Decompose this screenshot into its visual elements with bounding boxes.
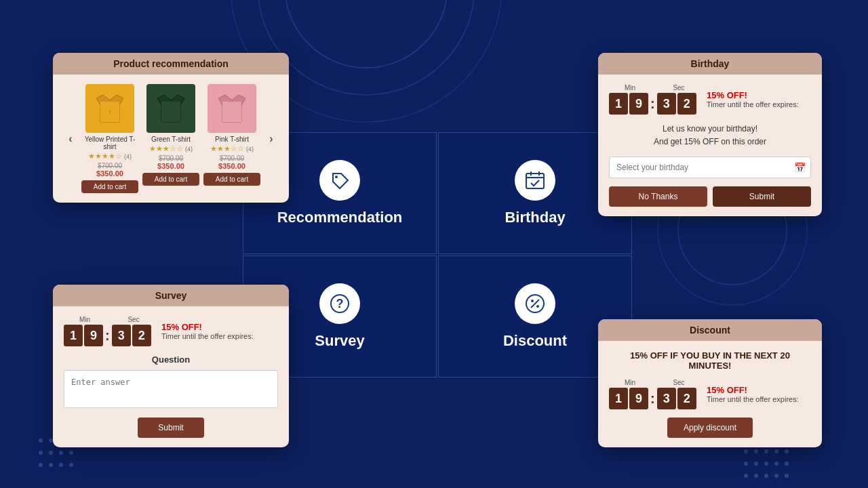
svg-point-27 (764, 474, 768, 478)
product-price-old-2: $700.00 (220, 155, 244, 162)
survey-digit-4: 2 (132, 325, 151, 346)
birthday-off-text: 15% OFF! (707, 90, 811, 100)
svg-point-40 (59, 463, 63, 467)
survey-label: Survey (315, 332, 364, 350)
recommendation-popup: Product recommendation ‹ T Yellow Printe… (53, 53, 289, 203)
survey-timer-desc: Timer until the offer expires: (161, 332, 278, 340)
birthday-submit-button[interactable]: Submit (713, 186, 811, 207)
svg-point-37 (69, 451, 73, 455)
product-name-2: Pink T-shirt (215, 136, 249, 143)
birthday-info-line2: And get 15% OFF on this order (609, 136, 811, 148)
survey-timer-labels: Min Sec (64, 316, 155, 323)
svg-point-39 (49, 463, 53, 467)
product-stars-2: ★★★☆☆ (4) (210, 144, 254, 153)
birthday-popup-header: Birthday (598, 53, 822, 75)
recommendation-popup-header: Product recommendation (53, 53, 289, 75)
discount-timer-digits: 1 9 : 3 2 (609, 388, 700, 409)
survey-timer-colon: : (105, 328, 110, 344)
survey-popup: Survey Min Sec 1 9 : 3 2 15% OFF! Time (53, 285, 289, 447)
product-price-new-2: $350.00 (218, 162, 245, 170)
svg-point-25 (744, 474, 748, 478)
birthday-timer: Min Sec 1 9 : 3 2 15% OFF! Timer until t… (609, 84, 811, 115)
birthday-digit-3: 3 (657, 93, 676, 115)
product-price-old-0: $700.00 (98, 162, 122, 169)
product-name-1: Green T-shirt (151, 136, 191, 143)
product-stars-1: ★★★☆☆ (4) (149, 144, 193, 153)
product-image-1 (146, 84, 195, 133)
svg-point-0 (285, 0, 448, 68)
discount-off-text: 15% OFF! (707, 385, 811, 395)
discount-timer-colon: : (650, 391, 655, 407)
birthday-timer-colon: : (650, 96, 655, 112)
survey-question-label: Question (64, 354, 278, 365)
product-price-new-1: $350.00 (157, 162, 184, 170)
product-item-2: Pink T-shirt ★★★☆☆ (4) $700.00 $350.00 A… (203, 84, 260, 193)
discount-timer: Min Sec 1 9 : 3 2 15% OFF! Timer until t… (609, 379, 811, 409)
birthday-input[interactable] (609, 157, 811, 178)
products-row: T Yellow Printed T-shirt ★★★★☆ (4) $700.… (81, 84, 260, 193)
discount-digit-4: 2 (677, 388, 696, 409)
birthday-label: Birthday (505, 209, 565, 226)
discount-digit-2: 9 (629, 388, 648, 409)
add-to-cart-btn-2[interactable]: Add to cart (203, 173, 260, 186)
birthday-digit-2: 9 (629, 93, 648, 115)
no-thanks-button[interactable]: No Thanks (609, 186, 707, 207)
birthday-digit-4: 2 (677, 93, 696, 115)
product-name-0: Yellow Printed T-shirt (81, 136, 138, 150)
svg-point-41 (69, 463, 73, 467)
birthday-timer-desc: Timer until the offer expires: (707, 100, 811, 108)
birthday-timer-digits: 1 9 : 3 2 (609, 93, 700, 115)
svg-rect-59 (222, 102, 241, 122)
svg-rect-57 (161, 102, 180, 122)
svg-point-36 (59, 451, 63, 455)
discount-timer-desc: Timer until the offer expires: (707, 395, 811, 403)
birthday-min-label: Min (609, 84, 651, 92)
svg-point-15 (744, 449, 748, 453)
product-price-new-0: $350.00 (96, 169, 123, 178)
discount-timer-labels: Min Sec (609, 379, 700, 386)
discount-min-label: Min (609, 379, 651, 386)
survey-min-label: Min (64, 316, 106, 323)
svg-point-17 (764, 449, 768, 453)
survey-answer-input[interactable] (64, 370, 278, 408)
discount-popup: Discount 15% OFF IF YOU BUY IN THE NEXT … (598, 319, 822, 447)
discount-digit-1: 1 (609, 388, 628, 409)
birthday-popup: Birthday Min Sec 1 9 : 3 2 15% OFF! Ti (598, 53, 822, 216)
svg-point-19 (785, 449, 789, 453)
svg-point-24 (785, 462, 789, 466)
svg-point-30 (39, 439, 43, 443)
survey-digit-3: 3 (112, 325, 131, 346)
question-icon: ? (319, 283, 360, 324)
survey-timer-text: 15% OFF! Timer until the offer expires: (161, 322, 278, 340)
discount-timer-text: 15% OFF! Timer until the offer expires: (707, 385, 811, 403)
survey-submit-button[interactable]: Submit (138, 418, 203, 438)
product-image-0: T (85, 84, 134, 133)
svg-point-16 (754, 449, 758, 453)
birthday-info: Let us know your birthday! And get 15% O… (609, 123, 811, 148)
birthday-sec-label: Sec (658, 84, 700, 92)
apply-discount-button[interactable]: Apply discount (667, 418, 753, 438)
tag-icon (319, 160, 360, 201)
svg-point-51 (536, 305, 539, 308)
carousel-next-arrow[interactable]: › (264, 132, 278, 146)
svg-point-28 (774, 474, 778, 478)
survey-digit-2: 9 (84, 325, 103, 346)
recommendation-label: Recommendation (277, 209, 403, 226)
discount-headline: 15% OFF IF YOU BUY IN THE NEXT 20 MINUTE… (609, 350, 811, 371)
svg-point-26 (754, 474, 758, 478)
birthday-btn-row: No Thanks Submit (609, 186, 811, 207)
carousel-prev-arrow[interactable]: ‹ (64, 132, 77, 146)
survey-digit-1: 1 (64, 325, 83, 346)
add-to-cart-btn-1[interactable]: Add to cart (142, 173, 199, 186)
svg-text:T: T (108, 109, 112, 115)
birthday-input-row: 📅 (609, 157, 811, 178)
svg-text:?: ? (336, 297, 344, 310)
survey-submit-row: Submit (64, 418, 278, 438)
add-to-cart-btn-0[interactable]: Add to cart (81, 180, 138, 193)
birthday-info-line1: Let us know your birthday! (609, 123, 811, 136)
survey-timer-digits: 1 9 : 3 2 (64, 325, 155, 346)
svg-point-18 (774, 449, 778, 453)
discount-sec-label: Sec (658, 379, 700, 386)
svg-point-50 (531, 300, 534, 302)
product-carousel: ‹ T Yellow Printed T-shirt ★★★★☆ (4) $70… (64, 84, 278, 193)
